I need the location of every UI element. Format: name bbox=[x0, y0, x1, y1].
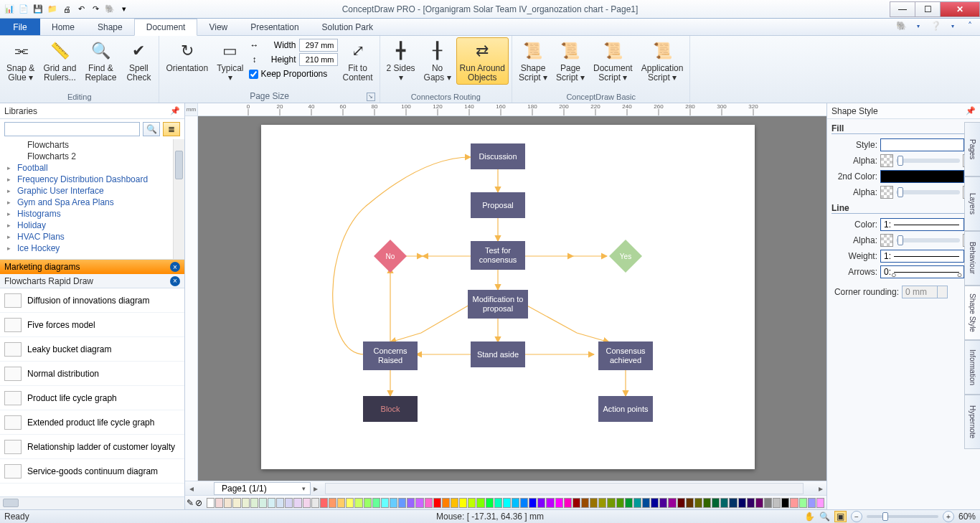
color-swatch[interactable] bbox=[729, 498, 737, 508]
grid-rulers-button[interactable]: 📏Grid and Rulers... bbox=[39, 37, 80, 85]
tree-item[interactable]: Football bbox=[7, 162, 184, 174]
color-swatch[interactable] bbox=[581, 498, 589, 508]
help-icon[interactable]: ❔ bbox=[930, 20, 941, 32]
color-swatch[interactable] bbox=[668, 498, 676, 508]
canvas-viewport[interactable]: No Yes Discussion Proposal Test forconse… bbox=[198, 116, 826, 481]
qat-open-icon[interactable]: 📁 bbox=[46, 3, 59, 16]
help-drop-icon[interactable]: ▾ bbox=[947, 20, 958, 32]
view-toggle-button[interactable]: ≣ bbox=[163, 122, 180, 136]
shape-item[interactable]: Product life cycle graph bbox=[0, 386, 184, 410]
qat-redo-icon[interactable]: ↷ bbox=[89, 3, 102, 16]
color-swatch[interactable] bbox=[590, 498, 598, 508]
second-color-dropdown[interactable]: ▼ bbox=[880, 170, 976, 183]
color-swatch[interactable] bbox=[503, 498, 511, 508]
color-swatch[interactable] bbox=[285, 498, 293, 508]
color-swatch[interactable] bbox=[337, 498, 345, 508]
library-section-marketing[interactable]: Marketing diagrams× bbox=[0, 260, 184, 274]
tree-item[interactable]: Gym and Spa Area Plans bbox=[7, 197, 184, 208]
color-swatch[interactable] bbox=[381, 498, 389, 508]
color-swatch[interactable] bbox=[293, 498, 301, 508]
file-tab[interactable]: File bbox=[0, 19, 40, 35]
height-input[interactable] bbox=[299, 53, 338, 66]
fit-to-content-button[interactable]: ⤢Fit to Content bbox=[339, 37, 377, 85]
color-swatch[interactable] bbox=[738, 498, 746, 508]
node-discussion[interactable]: Discussion bbox=[471, 143, 525, 169]
zoom-slider[interactable] bbox=[867, 515, 938, 518]
tree-item[interactable]: Ice Hockey bbox=[7, 242, 184, 254]
color-swatch[interactable] bbox=[598, 498, 606, 508]
sidetab-information[interactable]: Information bbox=[964, 340, 980, 395]
color-swatch[interactable] bbox=[703, 498, 711, 508]
line-alpha-slider[interactable] bbox=[896, 238, 960, 242]
canvas-h-scroll[interactable] bbox=[325, 483, 804, 494]
shape-item[interactable]: Normal distribution bbox=[0, 362, 184, 386]
close-section-icon[interactable]: × bbox=[170, 262, 180, 272]
two-sides-button[interactable]: ╋2 Sides ▾ bbox=[383, 37, 419, 85]
node-concerns[interactable]: ConcernsRaised bbox=[363, 341, 418, 370]
color-swatch[interactable] bbox=[407, 498, 415, 508]
qat-new-icon[interactable]: 📄 bbox=[17, 3, 30, 16]
color-swatch[interactable] bbox=[677, 498, 685, 508]
color-swatch[interactable] bbox=[537, 498, 545, 508]
color-swatch[interactable] bbox=[346, 498, 354, 508]
color-swatch[interactable] bbox=[476, 498, 484, 508]
sidetab-layers[interactable]: Layers bbox=[964, 176, 980, 231]
color-swatch[interactable] bbox=[520, 498, 528, 508]
orientation-button[interactable]: ↻Orientation bbox=[162, 37, 212, 75]
find-replace-button[interactable]: 🔍Find & Replace bbox=[81, 37, 120, 85]
tree-item[interactable]: Histograms bbox=[7, 208, 184, 220]
color-swatch[interactable] bbox=[546, 498, 554, 508]
spell-check-button[interactable]: ✔Spell Check bbox=[121, 37, 156, 85]
color-swatch[interactable] bbox=[268, 498, 275, 508]
eyedropper-icon[interactable]: ✎ bbox=[187, 498, 194, 508]
color-swatch[interactable] bbox=[686, 498, 694, 508]
corner-rounding-field[interactable]: 0 mm bbox=[902, 286, 948, 298]
shape-script-button[interactable]: 📜Shape Script ▾ bbox=[515, 37, 551, 85]
tree-scrollbar[interactable] bbox=[173, 139, 184, 259]
color-swatch[interactable] bbox=[712, 498, 720, 508]
fill-alpha-slider[interactable] bbox=[896, 159, 960, 163]
fill-style-dropdown[interactable]: ▼ bbox=[880, 138, 976, 151]
color-swatch[interactable] bbox=[633, 498, 641, 508]
color-swatch[interactable] bbox=[529, 498, 537, 508]
tab-solution-park[interactable]: Solution Park bbox=[311, 19, 385, 35]
color-swatch[interactable] bbox=[694, 498, 702, 508]
snap-glue-button[interactable]: ⫘Snap & Glue ▾ bbox=[3, 37, 38, 85]
color-swatch[interactable] bbox=[425, 498, 433, 508]
libraries-search-input[interactable] bbox=[4, 122, 140, 136]
shape-item[interactable]: Five forces model bbox=[0, 313, 184, 337]
color-swatch[interactable] bbox=[816, 498, 824, 508]
shape-item[interactable]: Leaky bucket diagram bbox=[0, 337, 184, 362]
color-swatch[interactable] bbox=[486, 498, 494, 508]
evernote-icon[interactable]: 🐘 bbox=[895, 20, 907, 32]
tab-shape[interactable]: Shape bbox=[86, 19, 134, 35]
color-swatch[interactable] bbox=[232, 498, 240, 508]
color-swatch[interactable] bbox=[773, 498, 781, 508]
color-swatch[interactable] bbox=[607, 498, 615, 508]
color-swatch[interactable] bbox=[390, 498, 397, 508]
qat-evernote-icon[interactable]: 🐘 bbox=[103, 3, 116, 16]
color-swatch[interactable] bbox=[224, 498, 232, 508]
no-gaps-button[interactable]: ╂No Gaps ▾ bbox=[420, 37, 455, 85]
color-swatch[interactable] bbox=[494, 498, 502, 508]
shape-item[interactable]: Relationship ladder of customer loyalty bbox=[0, 435, 184, 459]
qat-print-icon[interactable]: 🖨 bbox=[60, 3, 73, 16]
zoom-out-button[interactable]: − bbox=[851, 511, 862, 522]
qat-undo-icon[interactable]: ↶ bbox=[75, 3, 88, 16]
line-color-dropdown[interactable]: 1:▼ bbox=[880, 218, 976, 231]
color-swatch[interactable] bbox=[442, 498, 450, 508]
tree-item[interactable]: Flowcharts bbox=[7, 139, 184, 151]
color-swatch[interactable] bbox=[747, 498, 755, 508]
zoom-region-icon[interactable]: 🔍 bbox=[819, 512, 830, 522]
tab-nav-left-icon[interactable]: ◂ bbox=[185, 484, 198, 494]
node-yes[interactable]: Yes bbox=[609, 240, 642, 273]
pin-icon[interactable]: 📌 bbox=[966, 106, 976, 116]
tab-nav-right-icon[interactable]: ▸ bbox=[311, 484, 321, 494]
shape-item[interactable]: Extended product life cycle graph bbox=[0, 410, 184, 435]
color-swatch[interactable] bbox=[320, 498, 328, 508]
collapse-ribbon-icon[interactable]: ˄ bbox=[964, 20, 976, 32]
maximize-button[interactable]: ☐ bbox=[915, 1, 941, 17]
color-swatch[interactable] bbox=[468, 498, 476, 508]
width-input[interactable] bbox=[299, 39, 338, 52]
node-test-consensus[interactable]: Test forconsensus bbox=[471, 241, 525, 270]
